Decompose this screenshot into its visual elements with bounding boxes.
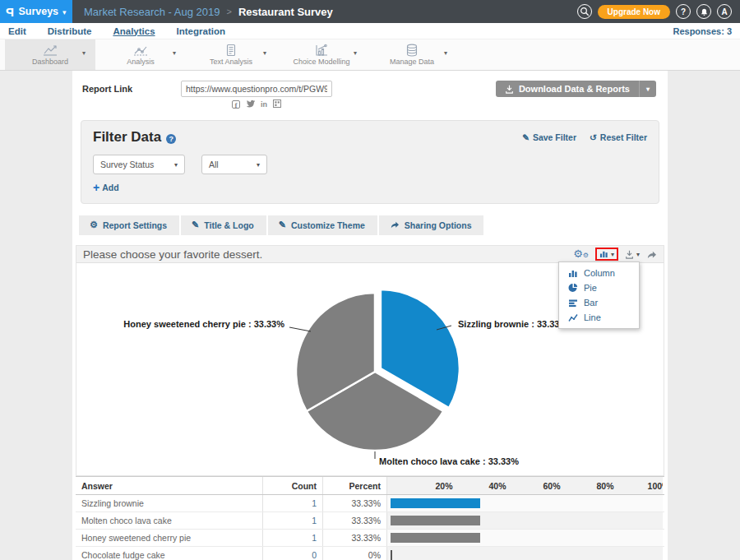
report-link-row: Report Link Download Data & Reports ▾ — [82, 81, 661, 97]
search-icon — [580, 7, 590, 16]
page-title: Restaurant Survey — [238, 6, 333, 18]
surveys-product-switcher[interactable]: P Surveys ▾ — [0, 0, 72, 23]
upgrade-now-button[interactable]: Upgrade Now — [598, 5, 670, 19]
toolbar-item-label: Manage Data — [390, 58, 434, 66]
topbar: P Surveys ▾ Market Research - Aug 2019 >… — [0, 0, 740, 23]
result-bar — [391, 533, 480, 543]
toolbar-item-choice-modelling[interactable]: Choice Modelling ▾ — [276, 39, 367, 70]
avatar[interactable]: A — [717, 4, 732, 19]
line-chart-icon — [41, 44, 59, 57]
save-filter-label: Save Filter — [533, 132, 576, 142]
help-icon[interactable]: ? — [166, 134, 176, 144]
result-bar — [391, 516, 480, 525]
menu-item-column[interactable]: Column — [559, 266, 639, 280]
tab-sharing-options[interactable]: Sharing Options — [379, 215, 484, 235]
main-nav: Edit Distribute Analytics Integration Re… — [0, 23, 740, 39]
reset-filter-label: Reset Filter — [600, 132, 647, 142]
scale-tick: 80% — [596, 477, 613, 494]
pie-chart-icon — [568, 283, 578, 293]
product-label: Surveys — [18, 6, 58, 17]
count-cell: 1 — [263, 512, 323, 529]
model-chart-icon — [312, 44, 331, 57]
filter-field-value: Survey Status — [100, 160, 154, 169]
nav-item-distribute[interactable]: Distribute — [48, 26, 92, 36]
menu-item-bar[interactable]: Bar — [559, 295, 639, 310]
download-icon — [625, 250, 634, 259]
table-header-row: Answer Count Percent 20% 40% 60% 80% 100… — [76, 477, 664, 495]
question-chart-card: Please choose your favorite dessert. ⚙⚙ … — [76, 245, 664, 476]
menu-item-label: Column — [584, 268, 615, 278]
chevron-down-icon[interactable]: ▾ — [82, 49, 86, 57]
nav-item-integration[interactable]: Integration — [177, 26, 225, 36]
filter-field-dropdown[interactable]: Survey Status ▾ — [93, 155, 185, 174]
twitter-icon[interactable] — [246, 100, 255, 109]
answers-table: Answer Count Percent 20% 40% 60% 80% 100… — [76, 476, 664, 560]
toolbar-item-manage-data[interactable]: Manage Data ▾ — [367, 39, 457, 70]
toolbar-item-analysis[interactable]: Analysis ▾ — [95, 39, 186, 70]
menu-item-pie[interactable]: Pie — [559, 280, 639, 295]
chart-type-menu: Column Pie Bar Line — [558, 261, 640, 329]
topbar-actions: Upgrade Now ? A — [577, 0, 740, 23]
count-cell: 0 — [263, 547, 323, 560]
tab-title-logo[interactable]: ✎ Title & Logo — [181, 215, 266, 235]
share-icon — [390, 220, 400, 230]
share-icons-row: f in — [181, 100, 332, 109]
nav-item-edit[interactable]: Edit — [8, 26, 26, 36]
nav-item-analytics[interactable]: Analytics — [113, 26, 155, 36]
search-button[interactable] — [577, 4, 592, 19]
download-dropdown-caret[interactable]: ▾ — [639, 81, 656, 97]
toolbar-item-text-analysis[interactable]: Text Analysis ▾ — [186, 39, 276, 70]
report-link-input[interactable] — [181, 81, 332, 97]
help-button[interactable]: ? — [676, 4, 691, 19]
page-background: Report Link Download Data & Reports ▾ f … — [0, 71, 740, 560]
line-chart-icon — [568, 313, 578, 322]
header-answer: Answer — [76, 477, 263, 494]
answer-cell: Chocolate fudge cake — [76, 547, 263, 560]
notifications-button[interactable] — [696, 4, 711, 19]
bar-cell — [387, 512, 663, 529]
chart-type-button-highlighted[interactable]: ▾ — [595, 248, 618, 261]
chart-share-button[interactable] — [646, 250, 657, 259]
chevron-down-icon[interactable]: ▾ — [444, 49, 447, 57]
breadcrumb-survey-link[interactable]: Market Research - Aug 2019 — [84, 6, 220, 18]
filter-data-title: Filter Data — [93, 129, 161, 146]
header-percent: Percent — [323, 477, 387, 494]
download-icon — [505, 85, 514, 94]
filter-data-panel: Filter Data ? ✎Save Filter ↺Reset Filter… — [81, 120, 659, 204]
plus-icon: + — [93, 183, 99, 192]
scale-tick: 40% — [488, 477, 506, 494]
responses-count: Responses: 3 — [673, 26, 732, 36]
reset-filter-button[interactable]: ↺Reset Filter — [590, 132, 647, 142]
table-row: Honey sweetened cherry pie 1 33.33% — [76, 530, 664, 547]
linkedin-icon[interactable]: in — [261, 100, 267, 109]
add-filter-button[interactable]: + Add — [93, 183, 134, 192]
chart-settings-button[interactable]: ⚙⚙ — [573, 248, 589, 261]
facebook-icon[interactable]: f — [232, 100, 240, 109]
pie-slice-label: Molten choco lava cake : 33.33% — [379, 456, 519, 466]
bar-cell — [387, 530, 663, 546]
toolbar-item-dashboard[interactable]: Dashboard ▾ — [5, 39, 95, 70]
chevron-down-icon[interactable]: ▾ — [173, 49, 176, 57]
pie-slice-label: Sizzling brownie : 33.33% — [458, 319, 567, 329]
chevron-down-icon[interactable]: ▾ — [263, 49, 266, 57]
question-title: Please choose your favorite dessert. — [83, 248, 262, 261]
chevron-down-icon: ▾ — [257, 161, 260, 169]
tab-label: Title & Logo — [204, 220, 253, 230]
save-filter-button[interactable]: ✎Save Filter — [522, 132, 576, 142]
embed-icon[interactable] — [273, 100, 281, 109]
tab-label: Sharing Options — [405, 220, 472, 230]
toolbar-item-label: Text Analysis — [210, 58, 252, 66]
chevron-down-icon[interactable]: ▾ — [354, 49, 357, 57]
header-count: Count — [263, 477, 323, 494]
chart-download-button[interactable]: ▾ — [625, 250, 640, 259]
download-data-reports-button[interactable]: Download Data & Reports ▾ — [496, 81, 656, 97]
tab-customize-theme[interactable]: ✎ Customize Theme — [268, 215, 377, 235]
filter-value-dropdown[interactable]: All ▾ — [201, 155, 267, 174]
tab-report-settings[interactable]: ⚙ Report Settings — [79, 215, 179, 235]
answer-cell: Honey sweetened cherry pie — [76, 530, 263, 546]
table-row: Sizzling brownie 1 33.33% — [76, 495, 664, 512]
count-cell: 1 — [263, 495, 323, 511]
dashboard-card: Report Link Download Data & Reports ▾ f … — [72, 71, 668, 560]
chart-type-icon — [599, 250, 608, 258]
menu-item-line[interactable]: Line — [559, 310, 639, 325]
